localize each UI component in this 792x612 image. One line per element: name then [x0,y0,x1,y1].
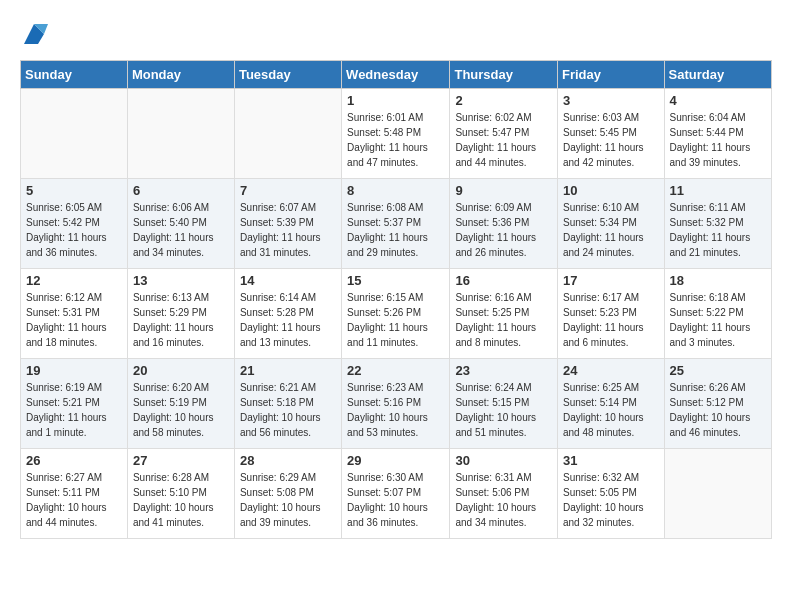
calendar-week-row: 1Sunrise: 6:01 AMSunset: 5:48 PMDaylight… [21,89,772,179]
day-info: Sunrise: 6:04 AMSunset: 5:44 PMDaylight:… [670,110,766,170]
day-info: Sunrise: 6:26 AMSunset: 5:12 PMDaylight:… [670,380,766,440]
weekday-header-wednesday: Wednesday [342,61,450,89]
calendar-cell [127,89,234,179]
logo-icon [20,20,48,48]
calendar-cell: 21Sunrise: 6:21 AMSunset: 5:18 PMDayligh… [234,359,341,449]
weekday-header-sunday: Sunday [21,61,128,89]
calendar-cell: 24Sunrise: 6:25 AMSunset: 5:14 PMDayligh… [558,359,665,449]
weekday-header-monday: Monday [127,61,234,89]
day-number: 22 [347,363,444,378]
calendar-table: SundayMondayTuesdayWednesdayThursdayFrid… [20,60,772,539]
calendar-week-row: 19Sunrise: 6:19 AMSunset: 5:21 PMDayligh… [21,359,772,449]
day-info: Sunrise: 6:21 AMSunset: 5:18 PMDaylight:… [240,380,336,440]
calendar-cell: 30Sunrise: 6:31 AMSunset: 5:06 PMDayligh… [450,449,558,539]
calendar-cell [664,449,771,539]
calendar-cell: 2Sunrise: 6:02 AMSunset: 5:47 PMDaylight… [450,89,558,179]
day-number: 15 [347,273,444,288]
day-info: Sunrise: 6:08 AMSunset: 5:37 PMDaylight:… [347,200,444,260]
day-number: 5 [26,183,122,198]
calendar-cell: 29Sunrise: 6:30 AMSunset: 5:07 PMDayligh… [342,449,450,539]
calendar-cell: 15Sunrise: 6:15 AMSunset: 5:26 PMDayligh… [342,269,450,359]
day-number: 25 [670,363,766,378]
day-info: Sunrise: 6:20 AMSunset: 5:19 PMDaylight:… [133,380,229,440]
day-info: Sunrise: 6:19 AMSunset: 5:21 PMDaylight:… [26,380,122,440]
day-number: 4 [670,93,766,108]
day-info: Sunrise: 6:24 AMSunset: 5:15 PMDaylight:… [455,380,552,440]
day-number: 23 [455,363,552,378]
calendar-cell: 7Sunrise: 6:07 AMSunset: 5:39 PMDaylight… [234,179,341,269]
calendar-cell: 17Sunrise: 6:17 AMSunset: 5:23 PMDayligh… [558,269,665,359]
day-number: 31 [563,453,659,468]
calendar-week-row: 5Sunrise: 6:05 AMSunset: 5:42 PMDaylight… [21,179,772,269]
day-info: Sunrise: 6:27 AMSunset: 5:11 PMDaylight:… [26,470,122,530]
calendar-cell [21,89,128,179]
weekday-header-friday: Friday [558,61,665,89]
calendar-cell: 20Sunrise: 6:20 AMSunset: 5:19 PMDayligh… [127,359,234,449]
calendar-cell: 1Sunrise: 6:01 AMSunset: 5:48 PMDaylight… [342,89,450,179]
day-info: Sunrise: 6:01 AMSunset: 5:48 PMDaylight:… [347,110,444,170]
day-info: Sunrise: 6:15 AMSunset: 5:26 PMDaylight:… [347,290,444,350]
day-info: Sunrise: 6:25 AMSunset: 5:14 PMDaylight:… [563,380,659,440]
day-number: 27 [133,453,229,468]
calendar-cell: 31Sunrise: 6:32 AMSunset: 5:05 PMDayligh… [558,449,665,539]
day-info: Sunrise: 6:12 AMSunset: 5:31 PMDaylight:… [26,290,122,350]
weekday-header-saturday: Saturday [664,61,771,89]
day-info: Sunrise: 6:30 AMSunset: 5:07 PMDaylight:… [347,470,444,530]
calendar-cell: 28Sunrise: 6:29 AMSunset: 5:08 PMDayligh… [234,449,341,539]
calendar-cell: 23Sunrise: 6:24 AMSunset: 5:15 PMDayligh… [450,359,558,449]
weekday-header-row: SundayMondayTuesdayWednesdayThursdayFrid… [21,61,772,89]
calendar-cell: 27Sunrise: 6:28 AMSunset: 5:10 PMDayligh… [127,449,234,539]
day-info: Sunrise: 6:13 AMSunset: 5:29 PMDaylight:… [133,290,229,350]
day-info: Sunrise: 6:06 AMSunset: 5:40 PMDaylight:… [133,200,229,260]
page-header [20,20,772,44]
day-number: 2 [455,93,552,108]
day-info: Sunrise: 6:03 AMSunset: 5:45 PMDaylight:… [563,110,659,170]
day-info: Sunrise: 6:17 AMSunset: 5:23 PMDaylight:… [563,290,659,350]
day-info: Sunrise: 6:28 AMSunset: 5:10 PMDaylight:… [133,470,229,530]
day-number: 3 [563,93,659,108]
day-info: Sunrise: 6:07 AMSunset: 5:39 PMDaylight:… [240,200,336,260]
calendar-cell: 11Sunrise: 6:11 AMSunset: 5:32 PMDayligh… [664,179,771,269]
day-number: 13 [133,273,229,288]
day-info: Sunrise: 6:29 AMSunset: 5:08 PMDaylight:… [240,470,336,530]
day-info: Sunrise: 6:11 AMSunset: 5:32 PMDaylight:… [670,200,766,260]
day-info: Sunrise: 6:05 AMSunset: 5:42 PMDaylight:… [26,200,122,260]
calendar-cell: 16Sunrise: 6:16 AMSunset: 5:25 PMDayligh… [450,269,558,359]
day-number: 24 [563,363,659,378]
weekday-header-tuesday: Tuesday [234,61,341,89]
calendar-cell: 9Sunrise: 6:09 AMSunset: 5:36 PMDaylight… [450,179,558,269]
day-number: 19 [26,363,122,378]
calendar-cell: 3Sunrise: 6:03 AMSunset: 5:45 PMDaylight… [558,89,665,179]
day-number: 28 [240,453,336,468]
day-number: 16 [455,273,552,288]
calendar-cell: 22Sunrise: 6:23 AMSunset: 5:16 PMDayligh… [342,359,450,449]
weekday-header-thursday: Thursday [450,61,558,89]
day-number: 6 [133,183,229,198]
calendar-cell [234,89,341,179]
day-info: Sunrise: 6:18 AMSunset: 5:22 PMDaylight:… [670,290,766,350]
logo-text [20,20,48,48]
day-info: Sunrise: 6:23 AMSunset: 5:16 PMDaylight:… [347,380,444,440]
calendar-cell: 25Sunrise: 6:26 AMSunset: 5:12 PMDayligh… [664,359,771,449]
calendar-cell: 18Sunrise: 6:18 AMSunset: 5:22 PMDayligh… [664,269,771,359]
calendar-week-row: 12Sunrise: 6:12 AMSunset: 5:31 PMDayligh… [21,269,772,359]
calendar-cell: 8Sunrise: 6:08 AMSunset: 5:37 PMDaylight… [342,179,450,269]
day-number: 30 [455,453,552,468]
calendar-cell: 26Sunrise: 6:27 AMSunset: 5:11 PMDayligh… [21,449,128,539]
day-number: 7 [240,183,336,198]
day-info: Sunrise: 6:16 AMSunset: 5:25 PMDaylight:… [455,290,552,350]
day-number: 20 [133,363,229,378]
calendar-week-row: 26Sunrise: 6:27 AMSunset: 5:11 PMDayligh… [21,449,772,539]
logo [20,20,48,44]
day-number: 10 [563,183,659,198]
day-number: 14 [240,273,336,288]
day-number: 29 [347,453,444,468]
day-number: 9 [455,183,552,198]
calendar-cell: 19Sunrise: 6:19 AMSunset: 5:21 PMDayligh… [21,359,128,449]
day-info: Sunrise: 6:10 AMSunset: 5:34 PMDaylight:… [563,200,659,260]
day-info: Sunrise: 6:14 AMSunset: 5:28 PMDaylight:… [240,290,336,350]
calendar-cell: 6Sunrise: 6:06 AMSunset: 5:40 PMDaylight… [127,179,234,269]
day-number: 26 [26,453,122,468]
calendar-cell: 12Sunrise: 6:12 AMSunset: 5:31 PMDayligh… [21,269,128,359]
calendar-cell: 10Sunrise: 6:10 AMSunset: 5:34 PMDayligh… [558,179,665,269]
